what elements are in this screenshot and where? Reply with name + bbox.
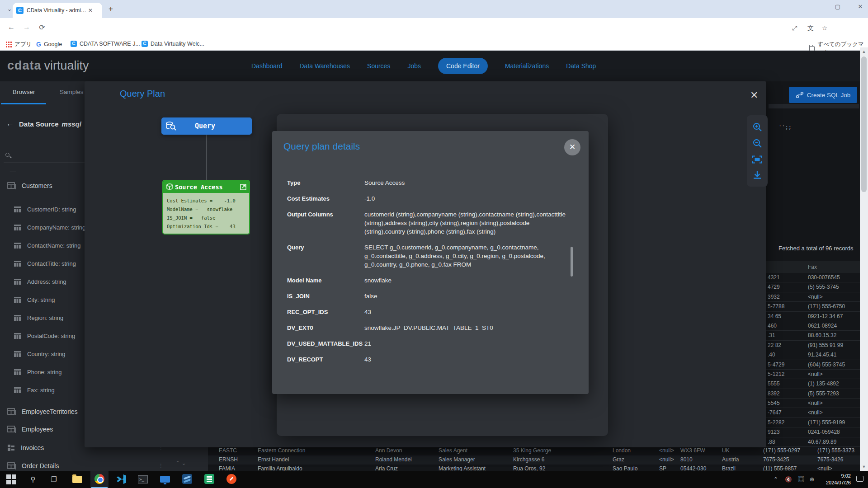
forward-button[interactable]: → — [22, 23, 32, 31]
browser-tab[interactable]: C CData Virtuality - admin@locall ✕ — [13, 3, 102, 18]
nav-jobs[interactable]: Jobs — [407, 62, 421, 70]
bookmark-cdata-software[interactable]: C CDATA SOFTWARE J... — [71, 41, 140, 47]
table-row[interactable]: 20ERNSHErnst HandelRoland MendelSales Ma… — [208, 455, 868, 465]
bookmark-google[interactable]: G Google — [36, 41, 62, 48]
task-view-icon[interactable]: ❐ — [48, 474, 59, 485]
start-button[interactable] — [6, 474, 17, 485]
back-arrow-icon[interactable]: ← — [6, 119, 14, 128]
taskbar-clock[interactable]: 9:02 2024/07/26 — [816, 473, 851, 486]
terminal-icon[interactable]: >_ — [138, 474, 149, 485]
scrollbar-thumb[interactable] — [861, 56, 867, 192]
query-node-label: Query — [195, 122, 215, 130]
chrome-icon[interactable] — [94, 474, 105, 485]
scroll-down-icon[interactable]: ▼ — [860, 465, 868, 469]
volume-muted-icon[interactable]: 🔇 — [783, 471, 794, 488]
fit-to-screen-icon[interactable] — [752, 155, 762, 164]
remote-desktop-icon[interactable] — [160, 474, 171, 485]
query-node[interactable]: Query — [161, 117, 252, 135]
detail-label: Type — [287, 178, 364, 187]
row-chevrons-icon[interactable]: ⌃ ⌄ — [175, 461, 186, 466]
tab-samples[interactable]: Samples — [60, 89, 84, 95]
translate-icon[interactable]: 文 — [807, 24, 814, 33]
grid-row-partial[interactable]: 5-4729(604) 555-3745 — [766, 360, 860, 370]
taskbar-search-icon[interactable]: ⚲ — [28, 474, 38, 485]
file-explorer-icon[interactable] — [72, 474, 83, 485]
grid-row-partial[interactable]: 5555(1) 135-4892 — [766, 379, 860, 389]
query-value-scrollbar[interactable] — [571, 247, 573, 277]
item-label: Customers — [22, 182, 52, 189]
action-center-icon[interactable] — [856, 476, 863, 482]
zoom-out-icon[interactable] — [753, 139, 762, 148]
nav-data-warehouses[interactable]: Data Warehouses — [300, 62, 350, 70]
download-plan-icon[interactable] — [753, 170, 762, 179]
table-icon — [14, 387, 21, 394]
phone-cell: 22 82 — [768, 342, 781, 348]
fax-cell: 0921-12 34 67 — [808, 313, 843, 319]
tab-close-icon[interactable]: ✕ — [88, 7, 93, 14]
create-sql-job-label: Create SQL Job — [807, 92, 850, 99]
plan-zoom-toolbar — [747, 115, 768, 187]
grid-row-partial[interactable]: 34 650921-12 34 67 — [766, 312, 860, 321]
apps-grid-icon — [6, 42, 12, 47]
item-label: Fax: string — [27, 387, 55, 394]
create-sql-job-button[interactable]: Create SQL Job — [789, 87, 857, 103]
app-blue-wave-icon[interactable] — [182, 474, 193, 485]
grid-row-partial[interactable]: .3188.60.15.32 — [766, 331, 860, 340]
zoom-in-icon[interactable] — [753, 122, 762, 132]
modal-close-icon[interactable]: ✕ — [750, 89, 758, 101]
grid-row-partial[interactable]: 5545<null> — [766, 399, 860, 408]
grid-row-partial[interactable]: 5-7788(171) 555-6750 — [766, 302, 860, 311]
item-label: City: string — [27, 296, 55, 303]
details-close-button[interactable]: ✕ — [564, 139, 580, 155]
grid-row-partial[interactable]: 22 82(91) 555 91 99 — [766, 341, 860, 350]
source-access-node[interactable]: Source Access Cost Estimates = -1.0Model… — [162, 180, 250, 235]
bookmark-apps[interactable]: アプリ — [6, 41, 32, 48]
grid-row-partial[interactable]: 91230241-059428 — [766, 427, 860, 437]
tab-title: CData Virtuality - admin@locall — [27, 7, 86, 14]
table-row[interactable]: 19EASTCEastern ConnectionAnn DevonSales … — [208, 446, 868, 455]
grid-row-partial[interactable]: .8840.67.89.89 — [766, 437, 860, 447]
app-orange-pen-icon[interactable] — [226, 474, 237, 485]
scroll-up-icon[interactable]: ▲ — [860, 49, 868, 54]
grid-row-partial[interactable]: 5-2282(171) 555-9199 — [766, 418, 860, 427]
open-in-app-icon[interactable]: ⤢ — [792, 24, 797, 32]
nav-code-editor[interactable]: Code Editor — [438, 58, 488, 74]
cdata-favicon-icon: C — [16, 7, 24, 14]
status-x-icon[interactable]: ⊗ — [807, 471, 816, 488]
nav-dashboard[interactable]: Dashboard — [251, 62, 283, 70]
open-details-icon[interactable] — [240, 184, 246, 190]
tab-browser[interactable]: Browser — [13, 89, 35, 95]
item-label: Order Details — [22, 462, 59, 469]
vscode-icon[interactable] — [117, 474, 127, 485]
nav-materializations[interactable]: Materializations — [505, 62, 549, 70]
fax-cell: (171) 555-6750 — [808, 303, 845, 310]
fax-cell: (5) 555-3745 — [808, 284, 839, 290]
grid-row-partial[interactable]: 3932<null> — [766, 292, 860, 302]
window-close-button[interactable]: ✕ — [854, 0, 867, 14]
network-icon[interactable]: ⿴ — [796, 471, 807, 488]
new-tab-button[interactable]: + — [108, 5, 113, 14]
reload-button[interactable]: ⟳ — [37, 23, 47, 32]
grid-row-partial[interactable]: -7647<null> — [766, 408, 860, 418]
nav-sources[interactable]: Sources — [367, 62, 390, 70]
tray-expand-icon[interactable]: ⌃ — [771, 471, 780, 488]
fax-cell: (1) 135-4892 — [808, 380, 839, 387]
bookmark-data-virtuality[interactable]: C Data Virtuality Welc... — [142, 41, 204, 47]
grid-row-partial[interactable]: 4600621-08924 — [766, 321, 860, 331]
collapse-dash[interactable]: — — [10, 168, 16, 175]
grid-row-partial[interactable]: 4729(5) 555-3745 — [766, 282, 860, 292]
source-node-property: Optimization Ids = 43 — [167, 222, 245, 231]
row-menu-icon[interactable]: ⋮ — [158, 463, 164, 469]
grid-row-partial[interactable]: 8392(5) 555-7293 — [766, 389, 860, 399]
window-minimize-button[interactable]: — — [808, 0, 822, 14]
window-maximize-button[interactable]: ▢ — [831, 0, 844, 14]
back-button[interactable]: ← — [6, 23, 16, 31]
page-scrollbar[interactable]: ▲ ▼ — [860, 47, 868, 471]
grid-row-partial[interactable]: .4091.24.45.41 — [766, 350, 860, 360]
grid-row-partial[interactable]: 5-1212<null> — [766, 370, 860, 379]
nav-data-shop[interactable]: Data Shop — [566, 62, 596, 70]
grid-row-partial[interactable]: 4321030-0076545 — [766, 273, 860, 282]
bookmark-star-icon[interactable]: ☆ — [822, 24, 828, 32]
database-tool-icon[interactable] — [204, 474, 215, 485]
item-label: Address: string — [27, 278, 66, 285]
